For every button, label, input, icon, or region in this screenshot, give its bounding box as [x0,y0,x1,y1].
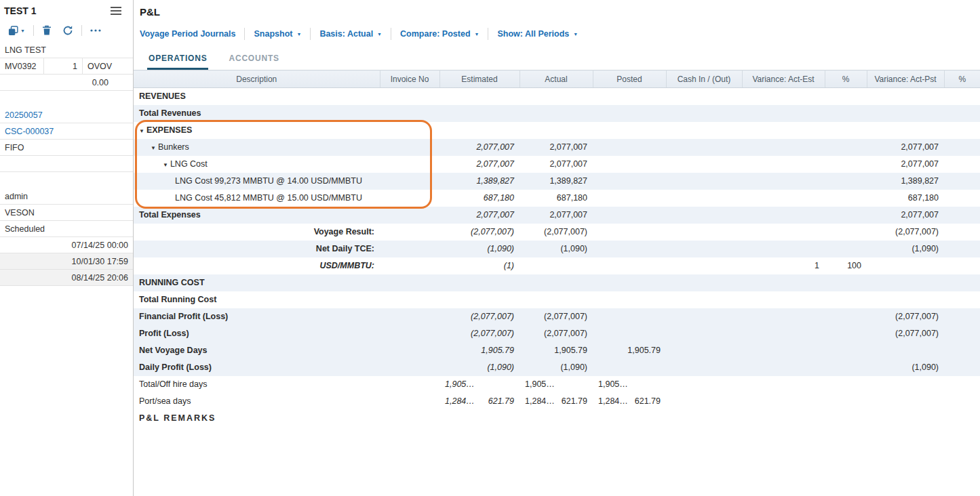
sidebar-field-list: LNG TESTMV03921OVOV0.0020250057CSC-00003… [0,42,133,286]
pl-row-label: Voyage Result: [314,227,374,236]
sidebar-field-row[interactable]: 07/14/25 00:00 [0,237,133,253]
pl-cell-act [520,257,593,274]
pl-cell-posted [593,224,666,241]
tab-operations[interactable]: OPERATIONS [147,49,208,70]
sidebar-field-row[interactable]: 08/14/25 20:06 [0,270,133,286]
pl-cell-var_ap [867,88,944,105]
pl-cell-pct_ae [825,342,867,359]
pl-row-label: Profit (Loss) [139,329,189,338]
pl-cell-est: (1,090) [439,359,520,376]
pl-cell-pct_ap [944,207,980,224]
pl-cell-var_ae [742,308,825,325]
pl-row-description: RUNNING COST [134,274,380,291]
sidebar-field-row[interactable]: Scheduled [0,221,133,237]
pl-cell-est: 2,077,007 [439,156,520,173]
pl-cell-pct_ae [825,291,867,308]
pl-cell-pct_ae [825,359,867,376]
pl-cell-var_ap: (1,090) [867,359,944,376]
pl-cell-invoice [380,393,439,410]
pl-cell-pct_ap [944,274,980,291]
refresh-button[interactable] [60,24,76,37]
pl-cell-var_ap: (2,077,007) [867,308,944,325]
pl-cell-cash [666,257,742,274]
pl-cell-var_ae [742,325,825,342]
sidebar-field-cell[interactable]: MV0392 [0,58,43,74]
views-button[interactable]: ▼ [5,24,28,37]
pl-cell-posted [593,274,666,291]
pl-row-label: REVENUES [139,91,186,101]
toolbar-item-label: Voyage Period Journals [140,29,235,39]
pl-remarks-input[interactable] [134,427,980,496]
sidebar-field-row[interactable]: LNG TEST [0,42,133,58]
sidebar-value: VESON [5,208,35,218]
pl-cell-est: 1,905.79 [439,342,520,359]
pl-cell-var_ae [742,393,825,410]
pl-cell-var_ae [742,342,825,359]
pl-cell-var_ae [742,122,825,139]
pl-row-description: ▼LNG Cost [134,156,380,173]
pl-row: ▼LNG Cost2,077,0072,077,0072,077,007 [134,156,980,173]
collapse-caret-icon[interactable]: ▼ [151,145,156,151]
pl-cell-cash [666,224,742,241]
pl-cell-var_ap [867,274,944,291]
delete-button[interactable] [39,24,54,37]
toolbar-item-label: Basis: Actual [319,29,373,39]
main-panel: P&L Voyage Period JournalsSnapshot▼Basis… [134,0,980,496]
pl-row: Daily Profit (Loss)(1,090)(1,090)(1,090) [134,359,980,376]
pl-row: LNG Cost 99,273 MMBTU @ 14.00 USD/MMBTU1… [134,173,980,190]
toolbar-compare-posted[interactable]: Compare: Posted▼ [391,29,488,39]
pl-cell-pct_ae [825,308,867,325]
collapse-caret-icon[interactable]: ▼ [139,128,144,134]
pl-cell-cash [666,359,742,376]
pl-cell-var_ap [867,410,944,427]
pl-cell-posted: 1,905… [593,376,666,393]
sidebar-field-cell[interactable]: OVOV [82,58,133,74]
pl-row: Port/sea days1,284…621.791,284…621.791,2… [134,393,980,410]
pl-cell-var_ap: 1,389,827 [867,173,944,190]
sidebar-field-row[interactable]: 10/01/30 17:59 [0,253,133,270]
pl-cell-invoice [380,139,439,156]
toolbar-basis-actual[interactable]: Basis: Actual▼ [311,29,391,39]
sidebar-link[interactable]: CSC-000037 [5,127,54,136]
pl-cell-act [520,122,593,139]
pl-cell-pct_ap [944,173,980,190]
sidebar-field-row[interactable] [0,156,133,172]
pl-cell-pct_ae [825,156,867,173]
sidebar-header: TEST 1 [0,0,133,20]
sidebar-field-row[interactable]: CSC-000037 [0,123,133,140]
toolbar-voyage-period-journals[interactable]: Voyage Period Journals [140,29,244,39]
sidebar-field-row[interactable]: FIFO [0,140,133,156]
column-header: Posted [593,70,666,88]
pl-cell-var_ap [867,105,944,122]
pl-row-label: P&L REMARKS [139,413,216,423]
sidebar-field-row[interactable]: 0.00 [0,75,133,91]
pl-row: Total Running Cost [134,291,980,308]
tab-accounts[interactable]: ACCOUNTS [227,49,280,70]
pl-cell-pct_ae [825,410,867,427]
sidebar-field-row[interactable]: VESON [0,205,133,221]
menu-button[interactable] [107,5,125,17]
toolbar-show-all-periods[interactable]: Show: All Periods▼ [488,29,587,39]
pl-cell-var_ap [867,122,944,139]
pl-cell-pct_ae [825,105,867,122]
pl-row-description: LNG Cost 99,273 MMBTU @ 14.00 USD/MMBTU [134,173,380,190]
collapse-caret-icon[interactable]: ▼ [163,162,168,168]
pl-cell-posted [593,359,666,376]
refresh-icon [62,25,73,36]
sidebar-field-row[interactable]: 20250057 [0,107,133,123]
toolbar-item-label: Show: All Periods [497,29,569,39]
pl-cell-est: 1,905… [439,376,520,393]
pl-cell-cash [666,274,742,291]
sidebar-field-row[interactable]: admin [0,188,133,205]
sidebar-link[interactable]: 20250057 [5,110,43,120]
column-header: Invoice No [380,70,439,88]
pl-cell-pct_ae [825,88,867,105]
sidebar-field-row[interactable]: MV03921OVOV [0,58,133,75]
more-button[interactable] [87,28,104,33]
pl-cell-posted [593,207,666,224]
pl-cell-invoice [380,342,439,359]
toolbar-snapshot[interactable]: Snapshot▼ [245,29,310,39]
pl-cell-pct_ap [944,393,980,410]
pl-cell-value: 1,284… [439,393,475,410]
sidebar-field-cell[interactable]: 1 [43,58,82,74]
